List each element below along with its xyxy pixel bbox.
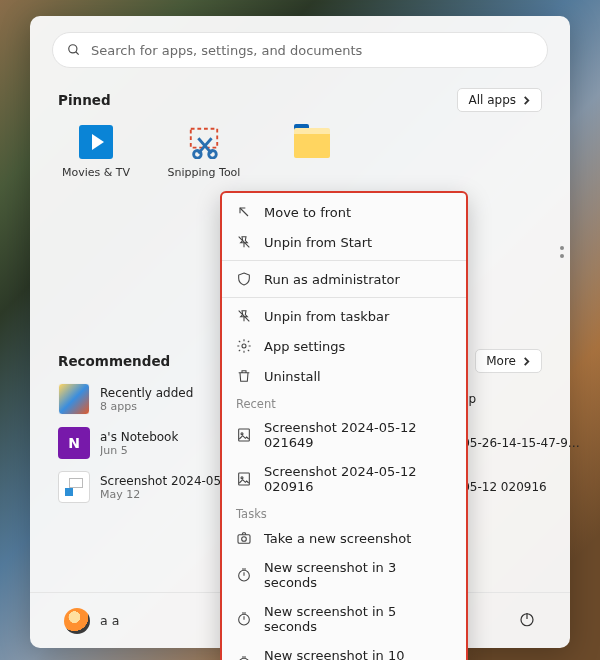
all-apps-button[interactable]: All apps: [457, 88, 542, 112]
file-explorer-icon: [294, 130, 330, 158]
pinned-header: Pinned All apps: [30, 76, 570, 116]
ctx-label: Screenshot 2024-05-12 021649: [264, 420, 452, 450]
power-icon: [518, 610, 536, 628]
all-apps-label: All apps: [468, 93, 516, 107]
image-file-icon: [236, 427, 252, 443]
ctx-label: Unpin from taskbar: [264, 309, 389, 324]
svg-point-18: [241, 477, 243, 479]
timer-5-icon: [236, 611, 252, 627]
pinned-app-label: Snipping Tool: [165, 166, 243, 179]
more-label: More: [486, 354, 516, 368]
context-menu: Move to front Unpin from Start Run as ad…: [220, 191, 468, 660]
more-button[interactable]: More: [475, 349, 542, 373]
camera-icon: [236, 530, 252, 546]
ctx-uninstall[interactable]: Uninstall: [222, 361, 466, 391]
avatar: [64, 608, 90, 634]
image-file-icon: [58, 471, 90, 503]
apps-collage-icon: [58, 383, 90, 415]
pinned-app-movies-tv[interactable]: Movies & TV: [60, 124, 132, 179]
ctx-task-10s[interactable]: New screenshot in 10 seconds: [222, 641, 466, 660]
arrow-up-left-icon: [236, 204, 252, 220]
username: a a: [100, 613, 119, 628]
timer-10-icon: [236, 655, 252, 660]
ctx-move-to-front[interactable]: Move to front: [222, 197, 466, 227]
search-placeholder: Search for apps, settings, and documents: [91, 43, 362, 58]
ctx-task-new-screenshot[interactable]: Take a new screenshot: [222, 523, 466, 553]
chevron-right-icon: [522, 96, 531, 105]
shield-icon: [236, 271, 252, 287]
ctx-label: New screenshot in 10 seconds: [264, 648, 452, 660]
svg-rect-15: [239, 429, 250, 441]
svg-point-16: [241, 433, 243, 435]
image-file-icon: [236, 471, 252, 487]
svg-rect-19: [238, 535, 250, 544]
onenote-icon: N: [58, 427, 90, 459]
ctx-recent-header: Recent: [222, 391, 466, 413]
pinned-title: Pinned: [58, 92, 111, 108]
timer-3-icon: [236, 567, 252, 583]
trash-icon: [236, 368, 252, 384]
ctx-unpin-start[interactable]: Unpin from Start: [222, 227, 466, 257]
ctx-run-admin[interactable]: Run as administrator: [222, 264, 466, 294]
ctx-task-5s[interactable]: New screenshot in 5 seconds: [222, 597, 466, 641]
pinned-apps-row: Movies & TV Snipping Tool File Explorer: [30, 116, 570, 187]
ctx-label: Run as administrator: [264, 272, 400, 287]
ctx-label: Uninstall: [264, 369, 321, 384]
svg-line-1: [76, 52, 79, 55]
reco-subtitle: Jun 5: [100, 444, 178, 457]
reco-subtitle: 8 apps: [100, 400, 193, 413]
start-menu-panel: Search for apps, settings, and documents…: [30, 16, 570, 648]
ctx-recent-item[interactable]: Screenshot 2024-05-12 021649: [222, 413, 466, 457]
power-button[interactable]: [518, 610, 536, 632]
page-dots[interactable]: [560, 246, 564, 258]
search-icon: [67, 43, 81, 57]
ctx-app-settings[interactable]: App settings: [222, 331, 466, 361]
gear-icon: [236, 338, 252, 354]
ctx-label: Unpin from Start: [264, 235, 372, 250]
reco-title: a's Notebook: [100, 430, 178, 444]
svg-point-20: [242, 537, 247, 542]
svg-point-5: [194, 151, 202, 159]
ctx-label: Screenshot 2024-05-12 020916: [264, 464, 452, 494]
ctx-label: App settings: [264, 339, 345, 354]
pinned-app-snipping-tool[interactable]: Snipping Tool: [168, 124, 240, 179]
ctx-label: Move to front: [264, 205, 351, 220]
unpin-icon: [236, 234, 252, 250]
pinned-app-file-explorer[interactable]: File Explorer: [276, 124, 348, 179]
ctx-task-3s[interactable]: New screenshot in 3 seconds: [222, 553, 466, 597]
movies-tv-icon: [79, 125, 113, 159]
search-box[interactable]: Search for apps, settings, and documents: [52, 32, 548, 68]
recommended-title: Recommended: [58, 353, 170, 369]
separator: [222, 260, 466, 261]
pinned-app-label: Movies & TV: [57, 166, 135, 179]
snipping-tool-icon: [186, 124, 222, 160]
user-account-button[interactable]: a a: [64, 608, 119, 634]
ctx-tasks-header: Tasks: [222, 501, 466, 523]
ctx-unpin-taskbar[interactable]: Unpin from taskbar: [222, 301, 466, 331]
unpin-icon: [236, 308, 252, 324]
ctx-recent-item[interactable]: Screenshot 2024-05-12 020916: [222, 457, 466, 501]
svg-point-0: [69, 45, 77, 53]
svg-line-9: [240, 208, 248, 216]
separator: [222, 297, 466, 298]
chevron-right-icon: [522, 357, 531, 366]
ctx-label: New screenshot in 5 seconds: [264, 604, 452, 634]
ctx-label: New screenshot in 3 seconds: [264, 560, 452, 590]
ctx-label: Take a new screenshot: [264, 531, 411, 546]
svg-point-6: [209, 151, 217, 159]
svg-rect-17: [239, 473, 250, 485]
reco-title: Recently added: [100, 386, 193, 400]
svg-point-14: [242, 344, 246, 348]
